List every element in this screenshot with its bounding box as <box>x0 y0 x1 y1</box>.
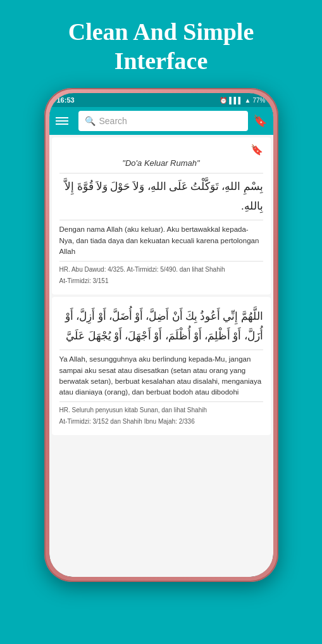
doa-1-reference1: HR. Abu Dawud: 4/325. At-Tirmidzi: 5/490… <box>59 265 263 274</box>
doa-2-reference1: HR. Seluruh penyusun kitab Sunan, dan li… <box>59 406 263 415</box>
phone-body: 16:53 ⏰ ▌▌▌ ▲ 77% <box>44 88 278 582</box>
doa-2-translation: Ya Allah, sesungguhnya aku berlindung ke… <box>59 354 263 398</box>
divider-2a <box>59 350 263 350</box>
battery-icon: 77% <box>252 97 265 104</box>
menu-line-1 <box>56 117 68 118</box>
alarm-icon: ⏰ <box>220 97 227 104</box>
phone-screen: 16:53 ⏰ ▌▌▌ ▲ 77% <box>49 93 273 577</box>
doa-2-arabic: اللَّهُمَّ إِنِّي أَعُوذُ بِكَ أَنْ أَضِ… <box>59 307 263 346</box>
wifi-icon: ▲ <box>245 97 251 104</box>
doa-1-arabic: بِسْمِ اللهِ، تَوَكَّلْتُ عَلَى اللهِ، و… <box>59 177 263 216</box>
status-bar: 16:53 ⏰ ▌▌▌ ▲ 77% <box>49 93 273 107</box>
phone-mockup: 16:53 ⏰ ▌▌▌ ▲ 77% <box>44 88 278 582</box>
app-header-title: Clean And Simple Interface <box>0 0 322 88</box>
status-icons-area: ⏰ ▌▌▌ ▲ 77% <box>220 97 265 104</box>
doa-1-title: "Do'a Keluar Rumah" <box>59 158 263 168</box>
search-placeholder: Search <box>99 116 127 126</box>
doa-card-2: اللَّهُمَّ إِنِّي أَعُوذُ بِكَ أَنْ أَضِ… <box>52 297 271 435</box>
search-bar[interactable]: 🔍 Search <box>78 111 248 131</box>
doa-card-1: 🔖 "Do'a Keluar Rumah" بِسْمِ اللهِ، تَوَ… <box>52 137 271 294</box>
doa-2-reference2: At-Tirmidzi: 3/152 dan Shahih Ibnu Majah… <box>59 417 263 426</box>
card-1-header: 🔖 <box>59 144 263 156</box>
divider-2b <box>59 401 263 402</box>
content-area: 🔖 "Do'a Keluar Rumah" بِسْمِ اللهِ، تَوَ… <box>49 135 273 577</box>
menu-button[interactable] <box>56 117 73 125</box>
divider-1b <box>59 220 263 220</box>
divider-1c <box>59 261 263 262</box>
menu-line-3 <box>56 123 68 125</box>
toolbar-bookmark-icon[interactable]: 🔖 <box>253 114 267 128</box>
card-1-bookmark-icon[interactable]: 🔖 <box>251 144 263 156</box>
doa-1-reference2: At-Tirmidzi: 3/151 <box>59 277 263 286</box>
status-time: 16:53 <box>57 96 75 104</box>
app-toolbar: 🔍 Search 🔖 <box>49 107 273 135</box>
search-icon: 🔍 <box>85 116 96 127</box>
menu-line-2 <box>56 120 68 122</box>
doa-1-translation: Dengan nama Allah (aku keluar). Aku bert… <box>59 224 263 257</box>
divider-1a <box>59 173 263 174</box>
phone-screen-container: 16:53 ⏰ ▌▌▌ ▲ 77% <box>49 93 273 577</box>
signal-bars-icon: ▌▌▌ <box>229 97 242 104</box>
